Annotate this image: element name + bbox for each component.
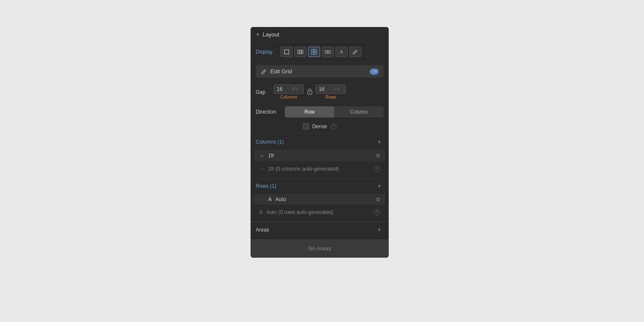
dense-help-icon[interactable]: ? — [330, 123, 336, 129]
svg-rect-1 — [298, 50, 299, 54]
display-icons: A — [281, 47, 361, 57]
dots-indicator — [370, 69, 378, 75]
columns-auto-track-item: ↔ 1fr (0 columns auto-generated) ? — [254, 163, 385, 175]
svg-rect-2 — [300, 50, 301, 54]
svg-point-11 — [309, 92, 310, 93]
pencil-icon — [353, 49, 358, 54]
svg-rect-9 — [328, 51, 330, 53]
edit-icon-btn[interactable] — [349, 47, 361, 57]
display-row: Display — [251, 42, 389, 62]
gap-row: Gap PX Columns PX Rows — [251, 81, 389, 103]
rows-auto-help-icon[interactable]: ? — [374, 209, 380, 215]
display-label: Display — [256, 49, 276, 55]
gap-rows-field: PX Rows — [316, 84, 346, 99]
gap-label: Gap — [256, 89, 271, 95]
rows-section-title: Rows (1) — [256, 183, 375, 189]
columns-auto-help-icon[interactable]: ? — [374, 166, 380, 172]
svg-rect-4 — [311, 49, 314, 51]
flex-row-icon-btn[interactable] — [294, 47, 306, 57]
columns-copy-icon[interactable]: ⧉ — [376, 153, 380, 159]
layout-panel: ▼ Layout Display — [251, 27, 389, 258]
columns-auto-icon: ↔ — [259, 166, 265, 172]
direction-column-btn[interactable]: Column — [334, 106, 384, 117]
panel-title: Layout — [263, 31, 279, 38]
no-areas-label: No Areas — [251, 239, 389, 258]
block-icon-btn[interactable] — [281, 47, 293, 57]
edit-grid-label: Edit Grid — [270, 68, 366, 75]
gap-columns-input[interactable] — [277, 86, 292, 92]
areas-section: Areas + No Areas — [251, 221, 389, 258]
columns-track-value: 1fr — [268, 153, 373, 159]
columns-track-icon: ↔ — [259, 152, 265, 159]
inline-icon — [325, 49, 331, 55]
lock-icon[interactable] — [306, 87, 313, 96]
edit-grid-bar[interactable]: Edit Grid — [256, 65, 384, 78]
gap-rows-input-box: PX — [316, 84, 346, 94]
direction-row-btn[interactable]: Row — [285, 106, 334, 117]
dot-blue — [372, 70, 374, 72]
panel-header: ▼ Layout — [251, 27, 389, 42]
dense-checkbox[interactable] — [303, 123, 309, 129]
rows-auto-value: Auto (0 rows auto-generated) — [266, 209, 371, 215]
gap-columns-field: PX Columns — [274, 84, 304, 99]
svg-rect-3 — [302, 50, 303, 54]
gap-rows-input[interactable] — [319, 86, 334, 92]
text-icon-btn[interactable]: A — [336, 47, 348, 57]
gap-rows-sublabel: Rows — [325, 95, 336, 99]
text-icon: A — [340, 49, 343, 54]
dot-orange — [375, 70, 377, 72]
direction-row: Direction Row Column — [251, 103, 389, 121]
rows-section-header: Rows (1) + — [251, 178, 389, 194]
inline-icon-btn[interactable] — [322, 47, 334, 57]
rows-track-value: Auto — [275, 196, 373, 202]
chevron-icon: ▼ — [256, 32, 260, 37]
gap-rows-unit: PX — [334, 87, 340, 92]
rows-track-icon: A — [268, 196, 272, 202]
columns-section-title: Columns (1) — [256, 139, 375, 145]
gap-columns-input-box: PX — [274, 84, 304, 94]
dense-label: Dense — [312, 123, 327, 129]
grid-icon-btn[interactable] — [308, 47, 320, 57]
areas-section-title: Areas — [256, 227, 375, 233]
gap-columns-unit: PX — [292, 87, 298, 92]
svg-rect-5 — [314, 49, 317, 51]
rows-auto-track-item: A Auto (0 rows auto-generated) ? — [254, 207, 385, 218]
columns-track-item: ↔ 1fr ⧉ — [254, 150, 385, 161]
lock-svg — [306, 87, 313, 95]
rows-drag-icon: ⋮ — [259, 197, 264, 202]
rows-auto-icon: A — [259, 209, 263, 215]
grid-icon — [311, 49, 317, 55]
add-area-btn[interactable]: + — [375, 226, 384, 234]
direction-toggle: Row Column — [285, 106, 384, 117]
gap-columns-sublabel: Columns — [280, 95, 297, 99]
block-icon — [284, 49, 290, 55]
svg-rect-6 — [311, 52, 314, 54]
add-row-btn[interactable]: + — [375, 182, 384, 190]
columns-auto-value: 1fr (0 columns auto-generated) — [268, 166, 371, 172]
direction-label: Direction — [256, 109, 281, 115]
areas-section-header: Areas + — [251, 222, 389, 238]
add-column-btn[interactable]: + — [375, 138, 384, 146]
rows-track-item: ⋮ A Auto ⧉ — [254, 194, 385, 205]
svg-rect-8 — [325, 51, 327, 53]
dense-row: Dense ? — [251, 121, 389, 134]
svg-rect-7 — [314, 52, 317, 54]
rows-copy-icon[interactable]: ⧉ — [376, 196, 380, 202]
svg-rect-0 — [284, 50, 289, 54]
columns-section-header: Columns (1) + — [251, 134, 389, 150]
flex-row-icon — [297, 49, 303, 55]
edit-grid-pencil-icon — [261, 69, 267, 75]
